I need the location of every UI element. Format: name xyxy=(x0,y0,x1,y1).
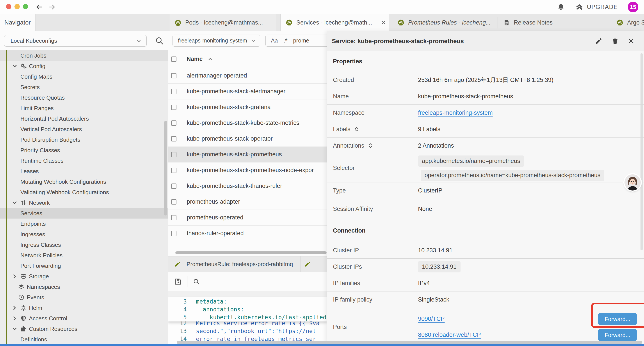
navigator-panel-tab[interactable]: Navigator xyxy=(0,14,36,31)
editor-search-icon[interactable] xyxy=(193,278,200,285)
close-window-button[interactable] xyxy=(6,4,12,9)
row-checkbox[interactable] xyxy=(171,168,176,173)
namespace-selector[interactable]: freeleaps-monitoring-system xyxy=(172,34,260,47)
row-checkbox[interactable] xyxy=(171,73,176,78)
table-row[interactable]: kube-prometheus-stack-thanos-ruler xyxy=(168,178,327,194)
notifications-bell-icon[interactable] xyxy=(557,3,565,11)
table-row[interactable]: kube-prometheus-stack-prometheus-node-ex… xyxy=(168,162,327,178)
sort-updown-icon[interactable] xyxy=(354,126,359,132)
sidebar-item-runtime-classes[interactable]: Runtime Classes xyxy=(0,155,168,166)
sidebar-item-priority-classes[interactable]: Priority Classes xyxy=(0,145,168,155)
table-row[interactable]: prometheus-operated xyxy=(168,210,327,226)
upgrade-button[interactable]: UPGRADE xyxy=(575,3,618,11)
regex-icon[interactable]: .* xyxy=(284,37,287,44)
chevron-down-icon[interactable] xyxy=(12,200,18,206)
port-link[interactable]: 9090/TCP xyxy=(418,316,445,322)
row-checkbox[interactable] xyxy=(171,105,176,110)
close-tab-icon[interactable]: ✕ xyxy=(381,19,386,26)
tab-prometheus[interactable]: Prometheus Rules - icecheng... xyxy=(392,14,498,31)
name-column-header[interactable]: Name xyxy=(186,56,203,62)
row-checkbox[interactable] xyxy=(171,199,176,205)
sidebar-item-vertical-pod-autoscalers[interactable]: Vertical Pod Autoscalers xyxy=(0,124,168,134)
maximize-window-button[interactable] xyxy=(23,4,28,9)
sidebar-item-network[interactable]: Network xyxy=(0,198,168,208)
select-all-checkbox[interactable] xyxy=(171,56,176,62)
row-checkbox[interactable] xyxy=(171,184,176,189)
sidebar-item-network-policies[interactable]: Network Policies xyxy=(0,250,168,261)
notification-count-badge[interactable]: 15 xyxy=(628,2,638,12)
tab-argo[interactable]: Argo Se xyxy=(611,14,644,31)
table-row[interactable]: thanos-ruler-operated xyxy=(168,226,327,241)
tab-services[interactable]: Services - icecheng@math...✕ xyxy=(280,14,389,31)
sidebar-item-pod-disruption-budgets[interactable]: Pod Disruption Budgets xyxy=(0,134,168,145)
sidebar-item-ingress-classes[interactable]: Ingress Classes xyxy=(0,240,168,250)
sidebar-item-horizontal-pod-autoscalers[interactable]: Horizontal Pod Autoscalers xyxy=(0,113,168,124)
chevron-right-icon[interactable] xyxy=(12,273,18,280)
sidebar-scrollbar[interactable] xyxy=(164,121,167,216)
sidebar-item-secrets[interactable]: Secrets xyxy=(0,82,168,92)
port-link[interactable]: 8080:reloader-web/TCP xyxy=(418,332,481,338)
back-icon[interactable] xyxy=(35,3,44,11)
delete-trash-icon[interactable] xyxy=(612,38,618,45)
details-scrollbar[interactable] xyxy=(640,53,643,250)
sidebar-item-config[interactable]: Config xyxy=(0,61,168,71)
edit-pencil-icon[interactable] xyxy=(595,37,602,45)
table-row[interactable]: kube-prometheus-stack-prometheus xyxy=(168,147,327,162)
save-icon[interactable] xyxy=(174,278,182,286)
forward-button[interactable]: Forward... xyxy=(598,329,637,341)
sidebar-item-events[interactable]: Events xyxy=(0,292,168,303)
sidebar-item-leases[interactable]: Leases xyxy=(0,166,168,177)
namespace-link[interactable]: freeleaps-monitoring-system xyxy=(418,109,493,116)
sidebar-item-validating-webhook-configurations[interactable]: Validating Webhook Configurations xyxy=(0,187,168,198)
tab-release[interactable]: Release Notes xyxy=(498,14,609,31)
row-checkbox[interactable] xyxy=(171,215,176,220)
match-case-icon[interactable]: Aa xyxy=(271,37,278,44)
sidebar-item-port-forwarding[interactable]: Port Forwarding xyxy=(0,261,168,271)
chevron-right-icon[interactable] xyxy=(12,315,18,322)
sidebar-item-ingresses[interactable]: Ingresses xyxy=(0,229,168,240)
chevron-down-icon[interactable] xyxy=(12,63,18,69)
row-checkbox[interactable] xyxy=(171,89,176,94)
assistant-avatar[interactable] xyxy=(624,174,641,191)
sidebar-item-limit-ranges[interactable]: Limit Ranges xyxy=(0,103,168,113)
editor-tab-partial[interactable] xyxy=(301,256,327,272)
search-input[interactable]: Aa .* prome xyxy=(266,34,327,47)
sidebar-item-definitions[interactable]: Definitions xyxy=(0,334,168,344)
sidebar-item-config-maps[interactable]: Config Maps xyxy=(0,71,168,82)
table-row[interactable]: alertmanager-operated xyxy=(168,68,327,84)
editor-sticky-scroll: 3metadata:4 annotations:5 kubectl.kubern… xyxy=(168,297,327,322)
sidebar-item-namespaces[interactable]: Namespaces xyxy=(0,282,168,292)
yaml-editor[interactable]: 11o","for":"1m","labels":{"service":"f12… xyxy=(168,291,327,344)
row-checkbox[interactable] xyxy=(171,231,176,236)
sidebar-item-endpoints[interactable]: Endpoints xyxy=(0,219,168,229)
table-horizontal-scrollbar[interactable] xyxy=(175,251,326,254)
sidebar-item-cron-jobs[interactable]: Cron Jobs xyxy=(0,50,168,61)
sidebar-item-mutating-webhook-configurations[interactable]: Mutating Webhook Configurations xyxy=(0,177,168,187)
bottom-horizontal-scrollbar[interactable] xyxy=(177,341,642,344)
close-icon[interactable]: ✕ xyxy=(628,37,634,45)
chevron-down-icon[interactable] xyxy=(12,326,18,332)
sidebar-item-resource-quotas[interactable]: Resource Quotas xyxy=(0,92,168,103)
sort-updown-icon[interactable] xyxy=(368,143,373,149)
kubeconfig-selector[interactable]: Local Kubeconfigs xyxy=(4,35,147,47)
sidebar-item-storage[interactable]: Storage xyxy=(0,271,168,282)
minimize-window-button[interactable] xyxy=(14,4,20,9)
table-row[interactable]: prometheus-adapter xyxy=(168,194,327,210)
tab-pods[interactable]: Pods - icecheng@mathmas... xyxy=(169,14,276,31)
table-row[interactable]: kube-prometheus-stack-operator xyxy=(168,131,327,147)
sidebar-item-services[interactable]: Services xyxy=(0,208,168,219)
table-row[interactable]: kube-prometheus-stack-alertmanager xyxy=(168,84,327,99)
sidebar-item-access-control[interactable]: Access Control xyxy=(0,313,168,324)
sort-ascending-icon[interactable] xyxy=(208,56,213,62)
table-row[interactable]: kube-prometheus-stack-kube-state-metrics xyxy=(168,115,327,131)
chevron-right-icon[interactable] xyxy=(12,305,18,311)
row-checkbox[interactable] xyxy=(171,136,176,141)
row-checkbox[interactable] xyxy=(171,152,176,157)
sidebar-item-helm[interactable]: Helm xyxy=(0,303,168,313)
sidebar-search-icon[interactable] xyxy=(155,36,164,45)
editor-tab-prometheusrule[interactable]: PrometheusRule: freeleaps-prod-rabbitmq xyxy=(168,256,300,272)
row-checkbox[interactable] xyxy=(171,120,176,126)
table-row[interactable]: kube-prometheus-stack-grafana xyxy=(168,99,327,115)
sidebar-item-custom-resources[interactable]: Custom Resources xyxy=(0,324,168,334)
forward-icon[interactable] xyxy=(48,3,56,11)
